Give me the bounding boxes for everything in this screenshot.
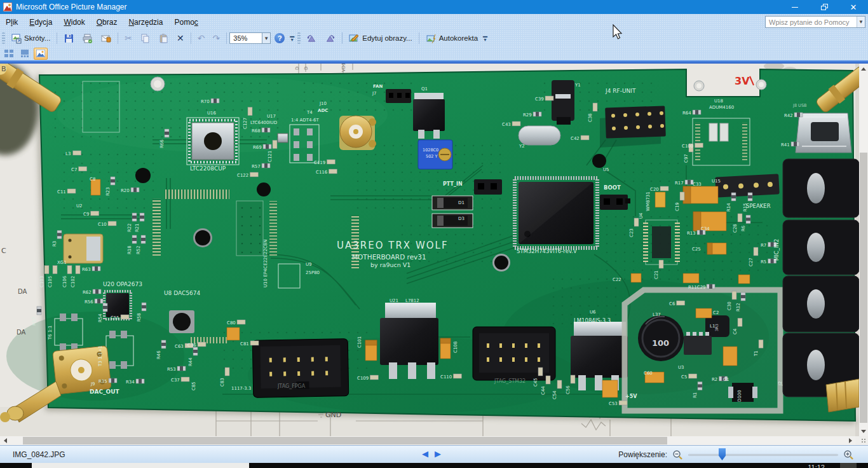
zoom-out-icon[interactable] bbox=[672, 450, 683, 460]
scroll-up-icon[interactable] bbox=[859, 64, 868, 74]
menu-edycja[interactable]: Edycja bbox=[24, 15, 58, 29]
svg-text:R58: R58 bbox=[137, 313, 142, 322]
cut-button[interactable]: ✂ bbox=[121, 32, 136, 45]
svg-text:1028C0: 1028C0 bbox=[423, 148, 438, 153]
minimize-button[interactable] bbox=[780, 0, 810, 14]
svg-text:R56: R56 bbox=[85, 299, 93, 305]
svg-text:C110: C110 bbox=[440, 375, 452, 380]
taskbar-app-segment[interactable] bbox=[32, 463, 249, 468]
svg-text:C55: C55 bbox=[111, 315, 119, 320]
svg-text:ADC: ADC bbox=[318, 108, 328, 113]
horizontal-scrollbar[interactable] bbox=[0, 436, 855, 445]
toolbar-options-button[interactable]: ▬▼ bbox=[290, 34, 294, 43]
toolbar-grip[interactable] bbox=[2, 32, 5, 44]
photo-canvas[interactable]: R70U16LTC2208CUPR66L3C7C8C11U2C9C10R23R2… bbox=[0, 64, 868, 436]
svg-text:C38: C38 bbox=[588, 113, 593, 122]
svg-text:U16: U16 bbox=[207, 111, 217, 116]
scroll-right-icon[interactable] bbox=[845, 436, 855, 445]
svg-text:C27: C27 bbox=[749, 258, 754, 266]
email-button[interactable] bbox=[97, 31, 115, 46]
help-button[interactable]: ? bbox=[271, 31, 288, 45]
save-button[interactable] bbox=[60, 31, 78, 46]
svg-text:DAC_OUT: DAC_OUT bbox=[90, 389, 120, 395]
rotate-right-button[interactable] bbox=[321, 31, 339, 46]
rf-unit-header bbox=[600, 106, 666, 148]
svg-text:LTC2208CUP: LTC2208CUP bbox=[190, 165, 226, 172]
shortcuts-button[interactable]: Skróty... bbox=[7, 31, 54, 46]
edit-pictures-label: Edytuj obrazy... bbox=[362, 34, 412, 42]
redo-icon: ↷ bbox=[213, 34, 220, 43]
views-bar bbox=[0, 46, 868, 60]
svg-text:C1: C1 bbox=[723, 377, 729, 382]
menu-plik[interactable]: Plik bbox=[0, 15, 24, 29]
svg-text:C25: C25 bbox=[692, 247, 701, 252]
svg-text:LM1084IS-3.3: LM1084IS-3.3 bbox=[574, 317, 611, 324]
menu-widok[interactable]: Widok bbox=[58, 15, 90, 29]
picture-manager-window: Microsoft Office Picture Manager ✕ PlikE… bbox=[0, 0, 868, 468]
svg-text:U4: U4 bbox=[639, 212, 644, 219]
help-question-box[interactable]: Wpisz pytanie do Pomocy ▼ bbox=[765, 16, 865, 28]
single-picture-view-button[interactable] bbox=[34, 48, 48, 60]
svg-text:C60: C60 bbox=[644, 371, 653, 376]
horizontal-scroll-thumb[interactable] bbox=[23, 437, 667, 444]
paste-button[interactable] bbox=[154, 31, 173, 46]
svg-text:PTT_IN: PTT_IN bbox=[443, 181, 463, 187]
toolbar-separator bbox=[118, 32, 118, 44]
menu-narzędzia[interactable]: Narzędzia bbox=[123, 15, 168, 29]
toolbar-options-button[interactable]: ▬▼ bbox=[483, 34, 487, 43]
scroll-left-icon[interactable] bbox=[0, 436, 10, 445]
close-button[interactable]: ✕ bbox=[839, 0, 868, 14]
taskbar-sliver: 11:12 bbox=[0, 463, 868, 468]
autocorrect-button[interactable]: Autokorekta bbox=[422, 31, 482, 46]
vertical-scroll-thumb[interactable] bbox=[860, 153, 867, 423]
help-question-dropdown-icon[interactable]: ▼ bbox=[857, 17, 865, 27]
svg-text:C4: C4 bbox=[733, 328, 738, 334]
svg-text:MIC_IN2: MIC_IN2 bbox=[773, 239, 780, 261]
menu-obraz[interactable]: Obraz bbox=[91, 15, 123, 29]
toolbar-separator bbox=[419, 32, 419, 44]
shortcuts-icon bbox=[11, 33, 22, 44]
menu-items: PlikEdycjaWidokObrazNarzędziaPomoc bbox=[0, 15, 204, 29]
svg-text:U21: U21 bbox=[390, 298, 398, 303]
filmstrip-view-button[interactable] bbox=[18, 48, 32, 60]
next-image-button[interactable]: ▶ bbox=[435, 449, 441, 458]
svg-text:C102: C102 bbox=[71, 276, 76, 287]
zoom-slider-thumb[interactable] bbox=[719, 448, 726, 460]
previous-image-button[interactable]: ◀ bbox=[422, 449, 428, 458]
zoom-combobox[interactable]: 35% bbox=[229, 32, 262, 44]
edit-pictures-button[interactable]: Edytuj obrazy... bbox=[345, 31, 416, 46]
title-bar: Microsoft Office Picture Manager ✕ bbox=[0, 0, 868, 14]
svg-text:ADUM4160: ADUM4160 bbox=[709, 105, 734, 110]
svg-text:R35: R35 bbox=[98, 379, 107, 384]
zoom-dropdown-icon[interactable]: ▼ bbox=[262, 32, 271, 44]
zoom-in-icon[interactable] bbox=[843, 450, 854, 460]
zoom-slider-track[interactable] bbox=[688, 454, 838, 456]
rotate-right-icon bbox=[325, 33, 336, 44]
svg-text:R11C29: R11C29 bbox=[688, 285, 706, 290]
zoom-slider[interactable] bbox=[688, 448, 838, 461]
menu-pomoc[interactable]: Pomoc bbox=[168, 15, 203, 29]
scroll-down-icon[interactable] bbox=[859, 426, 868, 436]
delete-button[interactable]: ✕ bbox=[173, 32, 188, 45]
svg-text:VD1: VD1 bbox=[341, 64, 346, 72]
rotate-left-button[interactable] bbox=[302, 31, 321, 46]
svg-text:R34: R34 bbox=[126, 380, 135, 385]
undo-button[interactable]: ↶ bbox=[194, 32, 209, 45]
toolbar-separator bbox=[191, 32, 191, 44]
toolbar-grip[interactable] bbox=[297, 32, 301, 44]
menu-bar: PlikEdycjaWidokObrazNarzędziaPomoc Wpisz… bbox=[0, 14, 868, 30]
vertical-scrollbar[interactable] bbox=[859, 64, 868, 436]
svg-text:C11: C11 bbox=[57, 189, 66, 195]
print-button[interactable] bbox=[78, 31, 97, 46]
svg-text:Q1: Q1 bbox=[421, 86, 428, 92]
resize-grip-icon[interactable] bbox=[861, 438, 867, 444]
svg-text:R6: R6 bbox=[741, 225, 746, 231]
svg-text:C103: C103 bbox=[39, 276, 44, 287]
restore-icon bbox=[821, 4, 828, 10]
redo-button[interactable]: ↷ bbox=[209, 32, 224, 45]
svg-text:R57: R57 bbox=[252, 164, 261, 169]
svg-text:C54: C54 bbox=[552, 390, 557, 399]
thumbnail-view-button[interactable] bbox=[2, 48, 16, 60]
copy-button[interactable] bbox=[136, 31, 154, 46]
restore-button[interactable] bbox=[810, 0, 839, 14]
